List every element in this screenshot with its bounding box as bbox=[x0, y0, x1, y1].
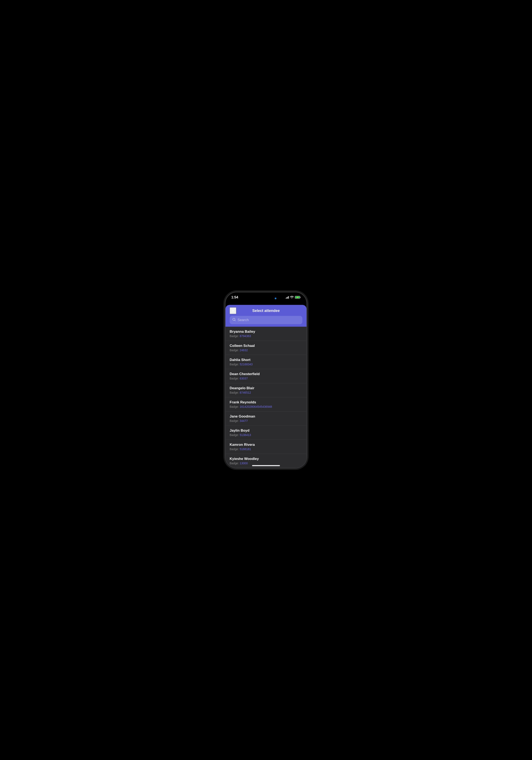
battery-icon: ⚡ bbox=[295, 296, 301, 299]
dynamic-island bbox=[254, 295, 278, 302]
attendee-badge: Badge: 52168343 bbox=[230, 363, 302, 366]
attendee-badge: Badge: 63037 bbox=[230, 377, 302, 380]
attendee-name: Bryanna Bailey bbox=[230, 330, 302, 334]
modal-container: ✕ Select attendee Bryanna BaileyBadg bbox=[225, 305, 307, 468]
screen: 1:54 bbox=[225, 292, 307, 468]
attendee-badge: Badge: 16142028064545436948 bbox=[230, 405, 302, 408]
phone-frame: 1:54 bbox=[225, 292, 307, 468]
attendee-badge: Badge: 34477 bbox=[230, 419, 302, 422]
badge-number: 8746512 bbox=[240, 391, 251, 394]
badge-number: 5138413 bbox=[240, 433, 251, 437]
attendee-name: Frank Reynolds bbox=[230, 400, 302, 404]
attendee-badge: Badge: 24632 bbox=[230, 349, 302, 352]
status-icons: ⚡ bbox=[285, 296, 301, 299]
attendee-badge: Badge: 5168181 bbox=[230, 448, 302, 451]
status-time: 1:54 bbox=[231, 295, 238, 300]
search-input[interactable] bbox=[238, 318, 300, 322]
list-item[interactable]: Dahlia ShortBadge: 52168343 bbox=[225, 355, 307, 369]
badge-number: 24632 bbox=[240, 349, 248, 352]
attendee-badge: Badge: 13000 bbox=[230, 461, 302, 465]
attendee-name: Kyieshe Woodley bbox=[230, 457, 302, 461]
badge-number: 52168343 bbox=[240, 363, 253, 366]
wifi-icon bbox=[290, 296, 294, 299]
list-item[interactable]: Bryanna BaileyBadge: 8794363 bbox=[225, 327, 307, 341]
close-button[interactable]: ✕ bbox=[230, 308, 236, 314]
list-item[interactable]: Colleen SchaalBadge: 24632 bbox=[225, 341, 307, 355]
attendee-name: Deangelo Blair bbox=[230, 386, 302, 390]
search-container[interactable] bbox=[230, 316, 302, 324]
modal-header: ✕ Select attendee bbox=[225, 305, 307, 327]
attendee-name: Jane Goodman bbox=[230, 414, 302, 418]
home-indicator bbox=[252, 465, 280, 466]
search-icon bbox=[232, 318, 236, 322]
list-item[interactable]: Jane GoodmanBadge: 34477 bbox=[225, 411, 307, 426]
attendee-name: Colleen Schaal bbox=[230, 344, 302, 348]
attendee-name: Dahlia Short bbox=[230, 358, 302, 362]
badge-number: 34477 bbox=[240, 419, 248, 422]
signal-icon bbox=[285, 296, 289, 299]
dynamic-island-dot bbox=[275, 298, 276, 299]
badge-number: 8794363 bbox=[240, 334, 251, 338]
badge-number: 63037 bbox=[240, 377, 248, 380]
list-item[interactable]: Frank ReynoldsBadge: 1614202806454543694… bbox=[225, 397, 307, 411]
list-item[interactable]: Kamron RiveraBadge: 5168181 bbox=[225, 440, 307, 454]
attendee-list[interactable]: Bryanna BaileyBadge: 8794363Colleen Scha… bbox=[225, 327, 307, 468]
attendee-badge: Badge: 5138413 bbox=[230, 433, 302, 437]
attendee-badge: Badge: 8794363 bbox=[230, 334, 302, 338]
attendee-name: Dean Chesterfield bbox=[230, 372, 302, 376]
list-item[interactable]: Deangelo BlairBadge: 8746512 bbox=[225, 383, 307, 397]
attendee-badge: Badge: 8746512 bbox=[230, 391, 302, 394]
modal-title-row: ✕ Select attendee bbox=[230, 309, 302, 313]
modal-title: Select attendee bbox=[252, 309, 280, 313]
attendee-name: Jaylin Boyd bbox=[230, 429, 302, 433]
badge-number: 13000 bbox=[240, 461, 248, 465]
attendee-name: Kamron Rivera bbox=[230, 443, 302, 447]
list-item[interactable]: Dean ChesterfieldBadge: 63037 bbox=[225, 369, 307, 383]
list-item[interactable]: Jaylin BoydBadge: 5138413 bbox=[225, 426, 307, 440]
badge-number: 16142028064545436948 bbox=[240, 405, 272, 408]
badge-number: 5168181 bbox=[240, 448, 251, 451]
